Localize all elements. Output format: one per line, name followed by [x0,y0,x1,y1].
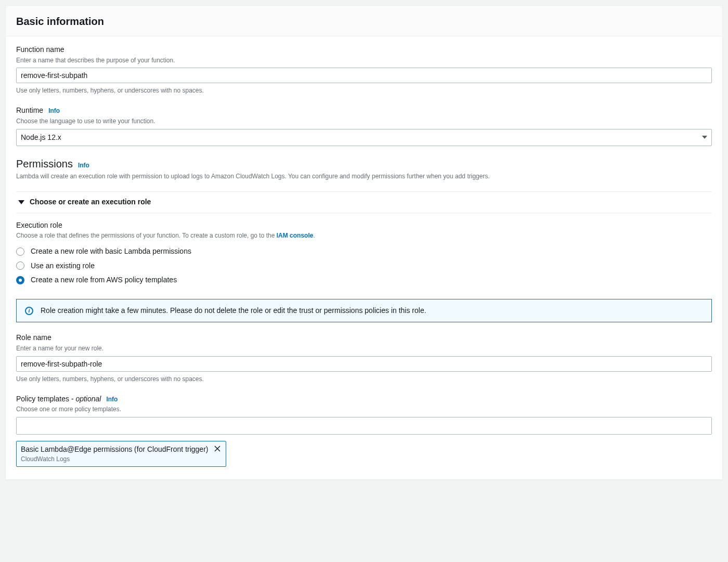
policy-templates-optional: - optional [69,395,101,403]
radio-existing-role[interactable]: Use an existing role [16,259,712,273]
permissions-desc: Lambda will create an execution role wit… [16,172,712,181]
token-subtitle: CloudWatch Logs [21,455,208,464]
execution-role-radio-group: Create a new role with basic Lambda perm… [16,244,712,287]
token-title: Basic Lambda@Edge permissions (for Cloud… [21,445,208,455]
permissions-info-link[interactable]: Info [78,161,89,170]
policy-template-token: Basic Lambda@Edge permissions (for Cloud… [16,441,226,467]
basic-information-panel: Basic information Function name Enter a … [5,5,723,480]
execution-role-label: Execution role [16,220,712,231]
role-name-label: Role name [16,333,712,343]
permissions-heading: Permissions [16,156,73,171]
execution-role-section: Execution role Choose a role that define… [16,213,712,467]
role-name-input[interactable] [16,356,712,372]
expander-label: Choose or create an execution role [30,197,151,207]
policy-templates-field: Policy templates - optional Info Choose … [16,394,712,467]
runtime-select[interactable]: Node.js 12.x [16,129,712,147]
function-name-hint: Enter a name that describes the purpose … [16,56,712,65]
runtime-value: Node.js 12.x [21,133,61,143]
radio-new-basic-role[interactable]: Create a new role with basic Lambda perm… [16,244,712,259]
runtime-field: Runtime Info Choose the language to use … [16,106,712,146]
execution-role-expander[interactable]: Choose or create an execution role [16,191,712,213]
caret-down-icon [18,200,24,204]
policy-templates-info-link[interactable]: Info [106,395,118,404]
role-name-hint: Enter a name for your new role. [16,344,712,353]
function-name-constraint: Use only letters, numbers, hyphens, or u… [16,86,712,95]
info-icon: i [25,307,33,315]
radio-label: Create a new role from AWS policy templa… [31,275,177,285]
runtime-hint: Choose the language to use to write your… [16,117,712,126]
iam-console-link[interactable]: IAM console [277,232,314,239]
chevron-down-icon [702,136,707,139]
panel-title: Basic information [16,14,712,29]
policy-templates-label: Policy templates [16,395,69,403]
policy-templates-input[interactable] [16,417,712,435]
radio-policy-template-role[interactable]: Create a new role from AWS policy templa… [16,273,712,287]
radio-icon [16,247,24,256]
execution-role-hint: Choose a role that defines the permissio… [16,231,712,240]
radio-icon [16,262,24,270]
panel-body: Function name Enter a name that describe… [6,36,722,479]
policy-templates-hint: Choose one or more policy templates. [16,405,712,414]
radio-icon [16,276,24,284]
radio-label: Use an existing role [31,261,95,271]
panel-header: Basic information [6,6,722,36]
alert-text: Role creation might take a few minutes. … [41,306,426,316]
function-name-label: Function name [16,45,712,55]
runtime-label: Runtime [16,106,43,116]
function-name-field: Function name Enter a name that describe… [16,45,712,95]
radio-label: Create a new role with basic Lambda perm… [31,246,191,257]
close-icon[interactable] [213,445,222,453]
role-name-constraint: Use only letters, numbers, hyphens, or u… [16,375,712,384]
role-name-field: Role name Enter a name for your new role… [16,333,712,383]
function-name-input[interactable] [16,68,712,83]
role-creation-alert: i Role creation might take a few minutes… [16,299,712,323]
runtime-info-link[interactable]: Info [48,107,60,115]
